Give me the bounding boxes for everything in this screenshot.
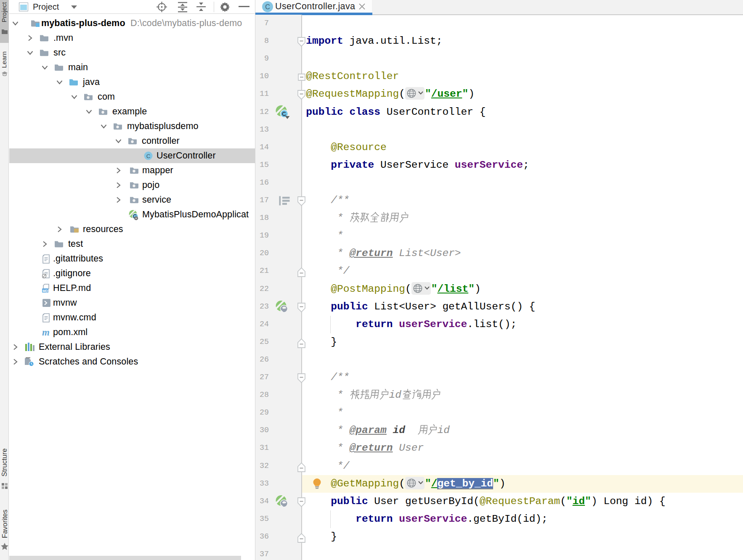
svg-text:C: C xyxy=(265,3,270,11)
